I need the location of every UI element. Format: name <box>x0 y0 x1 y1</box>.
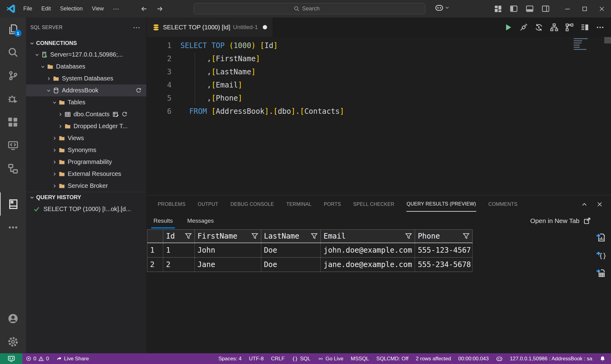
close-panel-icon[interactable] <box>596 201 603 208</box>
account-icon[interactable] <box>0 307 26 330</box>
filter-icon[interactable] <box>463 233 470 239</box>
tree-item-service-broker[interactable]: Service Broker <box>26 180 146 192</box>
run-query-button[interactable] <box>504 23 512 32</box>
editor-scrollbar[interactable] <box>604 37 611 43</box>
grid-cell[interactable]: jane.doe@example.com <box>321 258 415 272</box>
forward-arrow-icon[interactable] <box>157 6 163 12</box>
back-arrow-icon[interactable] <box>141 6 147 12</box>
grid-cell[interactable]: Jane <box>195 258 261 272</box>
encoding-status[interactable]: UTF-8 <box>245 353 267 364</box>
containers-icon[interactable] <box>0 157 26 180</box>
grid-cell[interactable]: Doe <box>261 258 321 272</box>
tree-item-dropped-ledger[interactable]: Dropped Ledger T... <box>26 120 146 132</box>
tree-item-views[interactable]: Views <box>26 132 146 144</box>
grid-cell[interactable]: 2 <box>163 258 195 272</box>
change-connection-icon[interactable] <box>535 23 543 32</box>
unsaved-indicator[interactable] <box>263 25 267 29</box>
toggle-results-pane-icon[interactable] <box>581 23 589 32</box>
filter-icon[interactable] <box>311 233 318 239</box>
mssql-provider-status[interactable]: MSSQL <box>347 353 373 364</box>
tab-terminal[interactable]: TERMINAL <box>280 195 318 213</box>
tree-item-tables[interactable]: Tables <box>26 96 146 108</box>
menu-file[interactable]: File <box>19 0 37 17</box>
tree-item-external-resources[interactable]: External Resources <box>26 168 146 180</box>
filter-icon[interactable] <box>405 233 412 239</box>
close-button[interactable] <box>599 6 605 12</box>
filter-icon[interactable] <box>185 233 192 239</box>
query-history-section-header[interactable]: QUERY HISTORY <box>26 192 146 203</box>
grid-cell[interactable]: 1 <box>163 243 195 257</box>
eol-status[interactable]: CRLF <box>267 353 288 364</box>
search-view-icon[interactable] <box>0 41 26 64</box>
live-share-status[interactable]: Live Share <box>53 353 92 364</box>
tree-item-system-databases[interactable]: System Databases <box>26 72 146 84</box>
tree-item-dbo-contacts[interactable]: dbo.Contacts <box>26 108 146 120</box>
tree-item-synonyms[interactable]: Synonyms <box>26 144 146 156</box>
save-as-excel-icon[interactable] <box>596 268 606 278</box>
tree-item-programmability[interactable]: Programmability <box>26 156 146 168</box>
code-editor[interactable]: 1 SELECT TOP (1000) [Id] 2 ,[FirstName] … <box>147 37 611 195</box>
more-actions-icon[interactable] <box>596 23 604 32</box>
tab-spell-checker[interactable]: SPELL CHECKER <box>347 195 401 213</box>
toggle-sidebar-icon[interactable] <box>510 5 518 13</box>
settings-gear-icon[interactable] <box>0 330 26 353</box>
grid-cell[interactable]: john.doe@example.com <box>321 243 415 257</box>
grid-cell[interactable]: Doe <box>261 243 321 257</box>
maximize-panel-icon[interactable] <box>581 201 588 208</box>
tab-results[interactable]: Results <box>153 213 173 228</box>
menu-edit[interactable]: Edit <box>37 0 55 17</box>
column-header-phone[interactable]: Phone <box>415 230 473 243</box>
tab-messages[interactable]: Messages <box>187 213 214 228</box>
column-header-id[interactable]: Id <box>163 230 195 243</box>
minimap[interactable] <box>574 38 588 51</box>
copilot-status-icon[interactable] <box>492 353 506 364</box>
save-as-json-icon[interactable]: {} <box>596 250 606 260</box>
open-in-new-tab-button[interactable]: Open in New Tab <box>530 217 611 225</box>
refresh-icon[interactable] <box>136 87 141 93</box>
tree-item-addressbook[interactable]: AddressBook <box>26 84 146 96</box>
actual-plan-icon[interactable] <box>565 23 574 32</box>
customize-layout-icon[interactable] <box>494 5 502 13</box>
tree-item-databases[interactable]: Databases <box>26 61 146 72</box>
more-views-icon[interactable] <box>0 216 26 239</box>
notifications-bell-icon[interactable] <box>596 353 611 364</box>
connections-section-header[interactable]: CONNECTIONS <box>26 38 146 49</box>
menu-selection[interactable]: Selection <box>55 0 87 17</box>
menu-view[interactable]: View <box>87 0 108 17</box>
column-header-firstname[interactable]: FirstName <box>195 230 261 243</box>
toggle-secondary-sidebar-icon[interactable] <box>542 5 549 13</box>
search-input[interactable] <box>302 6 326 12</box>
menu-more[interactable]: ⋯ <box>108 5 124 13</box>
explorer-icon[interactable]: 1 <box>0 17 26 41</box>
tab-problems[interactable]: PROBLEMS <box>152 195 192 213</box>
tab-comments[interactable]: COMMENTS <box>482 195 523 213</box>
estimated-plan-icon[interactable] <box>550 23 558 32</box>
disconnect-icon[interactable] <box>519 23 528 32</box>
query-history-item[interactable]: SELECT TOP (1000) [I...ok].[d... <box>26 203 146 215</box>
copilot-button[interactable] <box>435 3 449 12</box>
extensions-icon[interactable] <box>0 110 26 134</box>
tab-debug-console[interactable]: DEBUG CONSOLE <box>224 195 280 213</box>
grid-cell[interactable]: John <box>195 243 261 257</box>
refresh-icon[interactable] <box>122 111 127 117</box>
language-mode-status[interactable]: {}SQL <box>288 353 314 364</box>
sidebar-more-icon[interactable]: ⋯ <box>133 26 141 29</box>
filter-icon[interactable] <box>251 233 258 239</box>
maximize-button[interactable] <box>582 6 588 12</box>
tree-item-server[interactable]: Server=127.0.0.1,50986;... <box>26 49 146 61</box>
tab-output[interactable]: OUTPUT <box>192 195 224 213</box>
tab-ports[interactable]: PORTS <box>318 195 347 213</box>
save-as-csv-icon[interactable] <box>596 232 606 242</box>
go-live-status[interactable]: Go Live <box>314 353 347 364</box>
column-header-email[interactable]: Email <box>321 230 415 243</box>
edit-table-icon[interactable] <box>113 111 119 117</box>
remote-explorer-icon[interactable] <box>0 134 26 157</box>
sqlcmd-status[interactable]: SQLCMD: Off <box>373 353 412 364</box>
column-header-lastname[interactable]: LastName <box>261 230 321 243</box>
grid-cell[interactable]: 555-234-5678 <box>415 258 473 272</box>
grid-cell[interactable]: 555-123-4567 <box>415 243 473 257</box>
minimize-button[interactable] <box>564 6 571 12</box>
indentation-status[interactable]: Spaces: 4 <box>215 353 245 364</box>
editor-tab[interactable]: SELECT TOP (1000) [Id] Untitled-1 <box>147 17 273 37</box>
problems-status[interactable]: 0 0 <box>22 353 53 364</box>
